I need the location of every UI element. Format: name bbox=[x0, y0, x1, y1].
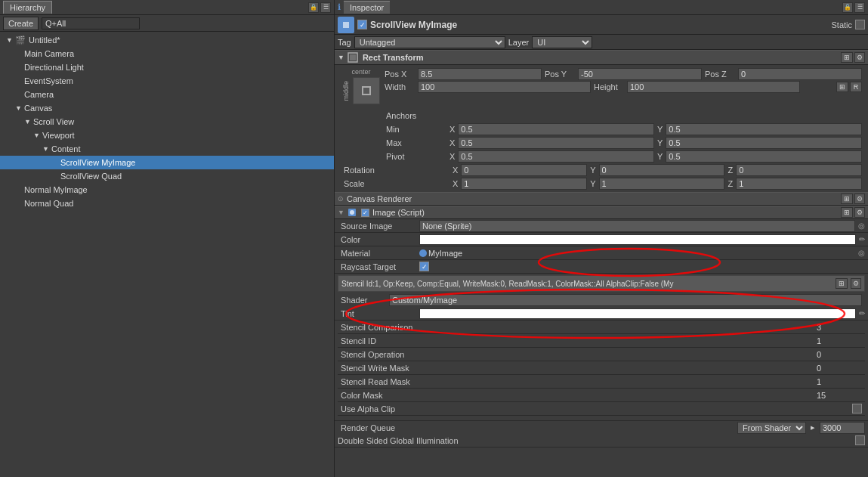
min-x-label: X bbox=[449, 125, 455, 134]
stencil-pick-btn[interactable]: ⊞ bbox=[836, 278, 848, 289]
source-image-row: Source Image ◎ bbox=[335, 219, 868, 233]
hierarchy-item-scroll-view[interactable]: ▼ Scroll View bbox=[0, 115, 334, 129]
source-image-input[interactable] bbox=[419, 220, 855, 232]
image-expand-btn[interactable]: ⊞ bbox=[841, 207, 853, 218]
width-input[interactable] bbox=[418, 81, 591, 93]
double-sided-checkbox[interactable] bbox=[855, 435, 865, 445]
tint-swatch[interactable] bbox=[419, 308, 856, 319]
raycast-checkbox[interactable]: ✓ bbox=[419, 262, 429, 271]
hierarchy-item-canvas[interactable]: ▼ Canvas bbox=[0, 101, 334, 115]
inspector-tab[interactable]: Inspector bbox=[344, 1, 390, 14]
hierarchy-item-label: Canvas bbox=[24, 104, 52, 113]
min-y-input[interactable] bbox=[666, 123, 862, 135]
canvas-gear-btn[interactable]: ⚙ bbox=[854, 194, 865, 204]
color-label: Color bbox=[341, 235, 416, 244]
hierarchy-item-content[interactable]: ▼ Content bbox=[0, 142, 334, 156]
create-button[interactable]: Create bbox=[3, 17, 39, 30]
rot-y-input[interactable] bbox=[599, 164, 725, 176]
render-queue-row: Render Queue From Shader ▸ bbox=[335, 420, 868, 434]
hierarchy-menu-btn[interactable]: ☰ bbox=[320, 2, 331, 13]
center-label: center bbox=[351, 68, 370, 76]
middle-label: middle bbox=[341, 79, 351, 103]
image-enabled-checkbox[interactable]: ✓ bbox=[361, 209, 369, 217]
raycast-row: Raycast Target ✓ bbox=[335, 260, 868, 274]
stencil-header-row[interactable]: Stencil Id:1, Op:Keep, Comp:Equal, Write… bbox=[338, 275, 865, 292]
hierarchy-item-directional-light[interactable]: Directional Light bbox=[0, 60, 334, 74]
rot-z-input[interactable] bbox=[736, 164, 862, 176]
color-swatch[interactable] bbox=[419, 234, 856, 245]
material-target-icon[interactable]: ◎ bbox=[858, 249, 865, 257]
hierarchy-item-label: Directional Light bbox=[24, 63, 84, 72]
render-queue-label: Render Queue bbox=[341, 423, 734, 432]
hierarchy-item-label: EventSystem bbox=[24, 76, 73, 85]
search-input[interactable] bbox=[42, 17, 140, 29]
stencil-id-value: 1 bbox=[817, 336, 862, 345]
hierarchy-item-label: Main Camera bbox=[24, 49, 74, 58]
inspector-lock-btn[interactable]: 🔒 bbox=[842, 2, 853, 13]
svg-point-5 bbox=[350, 210, 354, 215]
scale-x-input[interactable] bbox=[461, 178, 587, 190]
stencil-gear-btn[interactable]: ⚙ bbox=[851, 278, 861, 289]
color-edit-icon[interactable]: ✏ bbox=[859, 235, 865, 243]
tag-layer-row: Tag Untagged Layer UI bbox=[335, 35, 868, 50]
max-y-input[interactable] bbox=[666, 137, 862, 149]
anchor-widget[interactable] bbox=[353, 77, 380, 104]
size-grid-btn[interactable]: ⊞ bbox=[836, 82, 848, 92]
hierarchy-item-viewport[interactable]: ▼ Viewport bbox=[0, 129, 334, 142]
pivot-x-input[interactable] bbox=[458, 150, 654, 163]
canvas-renderer-section-header[interactable]: ⊙ Canvas Renderer ⊞ ⚙ bbox=[335, 192, 868, 206]
color-mask-label: Color Mask bbox=[341, 391, 817, 400]
canvas-renderer-title: Canvas Renderer bbox=[347, 194, 838, 203]
hierarchy-item-event-system[interactable]: EventSystem bbox=[0, 74, 334, 88]
hierarchy-item-normal-myimage[interactable]: Normal MyImage bbox=[0, 183, 334, 197]
min-x-input[interactable] bbox=[458, 123, 654, 135]
hierarchy-content: ▼ 🎬 Untitled* Main Camera Directional Li… bbox=[0, 32, 334, 477]
tag-dropdown[interactable]: Untagged bbox=[354, 36, 505, 48]
hierarchy-tab[interactable]: Hierarchy bbox=[3, 1, 52, 14]
layer-dropdown[interactable]: UI bbox=[532, 36, 592, 48]
max-x-input[interactable] bbox=[458, 137, 654, 149]
scale-z-input[interactable] bbox=[736, 178, 862, 190]
rect-gear-btn[interactable]: ⚙ bbox=[854, 52, 865, 63]
image-section-header[interactable]: ▼ ✓ Image (Script) ⊞ ⚙ bbox=[335, 206, 868, 219]
canvas-expand-btn[interactable]: ⊞ bbox=[841, 194, 853, 204]
source-image-target-icon[interactable]: ◎ bbox=[858, 221, 865, 230]
raycast-label: Raycast Target bbox=[341, 262, 416, 271]
hierarchy-item-scrollview-myimage[interactable]: ScrollView MyImage bbox=[0, 156, 334, 169]
hierarchy-item-untitled[interactable]: ▼ 🎬 Untitled* bbox=[0, 33, 334, 47]
rect-transform-section-header[interactable]: ▼ Rect Transform ⊞ ⚙ bbox=[335, 50, 868, 65]
canvas-renderer-collapse-icon: ⊙ bbox=[338, 195, 344, 203]
hierarchy-lock-btn[interactable]: 🔒 bbox=[308, 2, 319, 13]
stencil-read-mask-value: 1 bbox=[817, 377, 862, 386]
rect-expand-btn[interactable]: ⊞ bbox=[841, 52, 853, 63]
stencil-comparison-label: Stencil Comparison bbox=[341, 323, 817, 332]
stencil-write-mask-value: 0 bbox=[817, 364, 862, 373]
size-r-btn[interactable]: R bbox=[850, 82, 862, 92]
use-alpha-clip-checkbox[interactable] bbox=[852, 404, 862, 414]
tint-edit-icon[interactable]: ✏ bbox=[859, 309, 865, 317]
hierarchy-item-main-camera[interactable]: Main Camera bbox=[0, 47, 334, 60]
static-checkbox[interactable] bbox=[855, 20, 865, 29]
image-gear-btn[interactable]: ⚙ bbox=[854, 207, 865, 218]
image-collapse-icon: ▼ bbox=[338, 209, 344, 216]
color-row: Color ✏ bbox=[335, 233, 868, 246]
stencil-read-mask-label: Stencil Read Mask bbox=[341, 377, 817, 386]
inspector-menu-btn[interactable]: ☰ bbox=[854, 2, 865, 13]
height-label: Height bbox=[594, 82, 624, 91]
stencil-id-label: Stencil ID bbox=[341, 336, 817, 345]
rot-y-label: Y bbox=[590, 166, 595, 175]
render-queue-value[interactable] bbox=[820, 422, 865, 434]
pos-z-input[interactable] bbox=[738, 68, 862, 80]
scale-y-input[interactable] bbox=[599, 178, 725, 190]
shader-input[interactable] bbox=[389, 294, 862, 306]
hierarchy-item-scrollview-quad[interactable]: ScrollView Quad bbox=[0, 169, 334, 183]
render-queue-dropdown[interactable]: From Shader bbox=[737, 422, 806, 434]
rot-x-input[interactable] bbox=[461, 164, 587, 176]
object-enabled-checkbox[interactable]: ✓ bbox=[357, 20, 367, 29]
pos-y-input[interactable] bbox=[578, 68, 702, 80]
pos-x-input[interactable] bbox=[418, 68, 542, 80]
hierarchy-item-normal-quad[interactable]: Normal Quad bbox=[0, 197, 334, 210]
hierarchy-item-camera[interactable]: Camera bbox=[0, 88, 334, 101]
pivot-y-input[interactable] bbox=[666, 150, 862, 163]
height-input[interactable] bbox=[627, 81, 800, 93]
